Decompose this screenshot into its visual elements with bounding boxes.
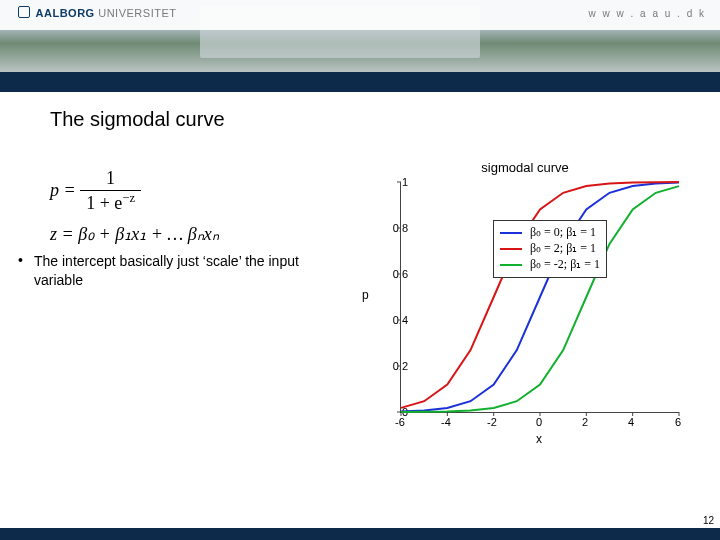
- xtick-0: 0: [529, 416, 549, 428]
- chart-plot-area: β₀ = 0; β₁ = 1 β₀ = 2; β₁ = 1 β₀ = -2; β…: [400, 182, 679, 413]
- formula-block: p = 1 1 + e−z z = β₀ + β₁x₁ + … βₙxₙ: [50, 168, 219, 246]
- header-divider-band: [0, 72, 720, 92]
- formula-lhs: p =: [50, 180, 76, 200]
- legend-row-1: β₀ = 2; β₁ = 1: [500, 241, 600, 257]
- page-number: 12: [703, 515, 714, 526]
- xtick-n4: -4: [436, 416, 456, 428]
- xtick-2: 2: [575, 416, 595, 428]
- slide-title: The sigmodal curve: [50, 108, 225, 131]
- legend-row-2: β₀ = -2; β₁ = 1: [500, 257, 600, 273]
- legend-label-0: β₀ = 0; β₁ = 1: [530, 225, 596, 239]
- legend-swatch-1: [500, 248, 522, 250]
- legend-label-2: β₀ = -2; β₁ = 1: [530, 257, 600, 271]
- legend-label-1: β₀ = 2; β₁ = 1: [530, 241, 596, 255]
- legend-swatch-2: [500, 264, 522, 266]
- chart-title: sigmodal curve: [481, 160, 568, 175]
- formula-denominator: 1 + e−z: [80, 191, 141, 215]
- chart-xlabel: x: [536, 432, 542, 446]
- legend-row-0: β₀ = 0; β₁ = 1: [500, 225, 600, 241]
- bullet-marker: •: [18, 252, 23, 268]
- slide: AALBORG UNIVERSITET w w w . a a u . d k …: [0, 0, 720, 540]
- legend-swatch-0: [500, 232, 522, 234]
- chart-legend: β₀ = 0; β₁ = 1 β₀ = 2; β₁ = 1 β₀ = -2; β…: [493, 220, 607, 278]
- top-bar: AALBORG UNIVERSITET w w w . a a u . d k: [0, 0, 720, 30]
- formula-fraction: 1 1 + e−z: [80, 168, 141, 214]
- university-wordmark: AALBORG UNIVERSITET: [18, 6, 176, 19]
- xtick-6: 6: [668, 416, 688, 428]
- chart-ylabel: p: [362, 288, 369, 302]
- xtick-4: 4: [621, 416, 641, 428]
- bullet-text: The intercept basically just ‘scale’ the…: [34, 252, 344, 290]
- header-url: w w w . a a u . d k: [589, 8, 706, 19]
- sigmoid-chart: sigmodal curve p x 0 0.2 0.4 0.6 0.8 1 -…: [360, 160, 690, 450]
- xtick-n2: -2: [482, 416, 502, 428]
- university-name-light: UNIVERSITET: [98, 7, 176, 19]
- footer-band: [0, 528, 720, 540]
- university-name-strong: AALBORG: [36, 7, 95, 19]
- xtick-n6: -6: [390, 416, 410, 428]
- university-logo-icon: [18, 6, 30, 18]
- chart-svg: [401, 182, 679, 412]
- formula-numerator: 1: [80, 168, 141, 191]
- formula-line2: z = β₀ + β₁x₁ + … βₙxₙ: [50, 224, 219, 244]
